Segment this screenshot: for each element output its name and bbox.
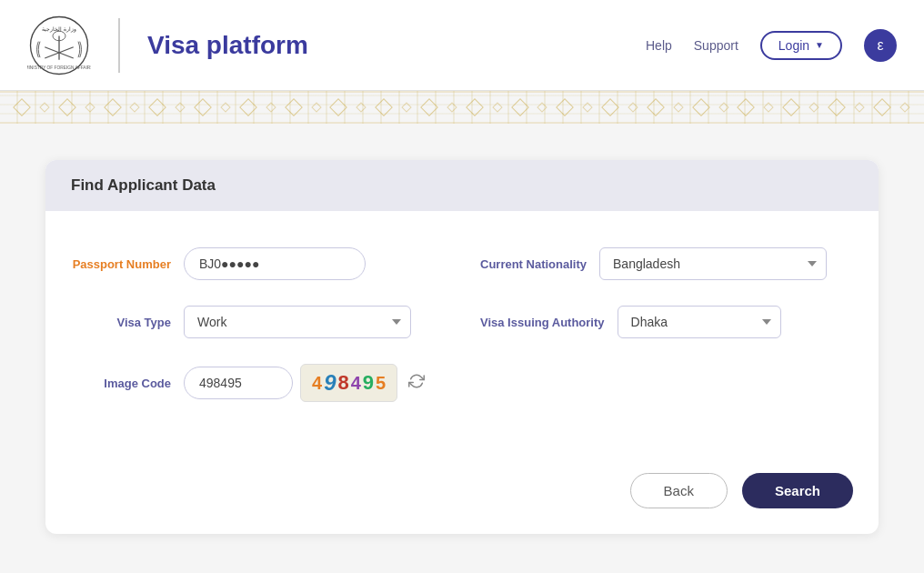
- diamond-icon: [420, 98, 438, 116]
- diamond-sm-icon: [401, 102, 411, 112]
- image-code-area: 4 9 8 4 9 5: [184, 364, 428, 402]
- diamond-sm-icon: [899, 102, 909, 112]
- captcha-char-4: 4: [351, 373, 361, 394]
- logo-area: وزارة الخارجية MINISTRY OF FOREIGN AFFAI…: [27, 14, 308, 77]
- diamond-sm-icon: [583, 102, 593, 112]
- diamond-icon: [148, 98, 166, 116]
- diamond-icon: [738, 98, 756, 116]
- form-row-1: Passport Number Current Nationality Bang…: [71, 247, 853, 280]
- support-link[interactable]: Support: [694, 38, 738, 53]
- diamond-sm-icon: [447, 102, 457, 112]
- diamond-sm-icon: [537, 102, 547, 112]
- diamond-icon: [782, 98, 800, 116]
- action-row: Back Search: [45, 455, 879, 534]
- form-row-2: Visa Type Work Visit Hajj Umrah Transit …: [71, 306, 853, 338]
- login-button[interactable]: Login ▼: [760, 31, 842, 60]
- captcha-char-6: 5: [376, 373, 386, 394]
- captcha-char-1: 4: [312, 373, 322, 394]
- diamond-icon: [511, 98, 529, 116]
- avatar-button[interactable]: ε: [864, 29, 897, 62]
- banner-diamonds: [0, 101, 924, 114]
- current-nationality-select[interactable]: Bangladesh Pakistan India Nepal Sri Lank…: [599, 247, 827, 280]
- current-nationality-label: Current Nationality: [480, 257, 587, 271]
- logo-divider: [118, 18, 120, 73]
- diamond-sm-icon: [85, 102, 95, 112]
- back-button[interactable]: Back: [630, 473, 728, 508]
- diamond-icon: [873, 98, 891, 116]
- diamond-icon: [601, 98, 619, 116]
- diamond-icon: [104, 98, 122, 116]
- visa-issuing-authority-select[interactable]: Dhaka Chittagong Sylhet: [618, 306, 781, 338]
- card-header: Find Applicant Data: [45, 160, 879, 211]
- visa-type-group: Visa Type Work Visit Hajj Umrah Transit …: [71, 306, 444, 338]
- diamond-sm-icon: [492, 102, 502, 112]
- visa-type-label: Visa Type: [71, 316, 171, 329]
- diamond-sm-icon: [357, 102, 367, 112]
- diamond-sm-icon: [673, 102, 683, 112]
- ministry-logo: وزارة الخارجية MINISTRY OF FOREIGN AFFAI…: [27, 14, 91, 77]
- svg-text:MINISTRY OF FOREIGN AFFAIRS: MINISTRY OF FOREIGN AFFAIRS: [27, 65, 91, 70]
- diamond-icon: [692, 98, 710, 116]
- diamond-sm-icon: [311, 102, 321, 112]
- diamond-sm-icon: [220, 102, 230, 112]
- image-code-group: Image Code 4 9 8 4 9 5: [71, 364, 853, 402]
- current-nationality-group: Current Nationality Bangladesh Pakistan …: [480, 247, 853, 280]
- diamond-icon: [828, 98, 846, 116]
- search-button[interactable]: Search: [742, 473, 853, 508]
- passport-number-group: Passport Number: [71, 247, 444, 280]
- find-applicant-card: Find Applicant Data Passport Number Curr…: [45, 160, 879, 534]
- card-body: Passport Number Current Nationality Bang…: [45, 211, 879, 455]
- diamond-icon: [239, 98, 257, 116]
- header: وزارة الخارجية MINISTRY OF FOREIGN AFFAI…: [0, 0, 924, 91]
- diamond-sm-icon: [628, 102, 638, 112]
- passport-number-label: Passport Number: [71, 257, 171, 271]
- diamond-icon: [13, 98, 31, 116]
- diamond-icon: [194, 98, 212, 116]
- diamond-sm-icon: [808, 102, 819, 112]
- main-content: Find Applicant Data Passport Number Curr…: [0, 124, 924, 570]
- decorative-banner: [0, 91, 924, 124]
- diamond-sm-icon: [130, 102, 140, 112]
- visa-issuing-authority-group: Visa Issuing Authority Dhaka Chittagong …: [480, 306, 853, 338]
- diamond-icon: [375, 98, 393, 116]
- diamond-sm-icon: [764, 102, 774, 112]
- form-row-3: Image Code 4 9 8 4 9 5: [71, 364, 853, 402]
- diamond-sm-icon: [39, 102, 49, 112]
- diamond-sm-icon: [718, 102, 728, 112]
- diamond-icon: [466, 98, 484, 116]
- login-dropdown-arrow: ▼: [815, 40, 824, 50]
- diamond-icon: [58, 98, 76, 116]
- visa-issuing-authority-label: Visa Issuing Authority: [480, 316, 605, 329]
- captcha-char-5: 9: [363, 371, 374, 395]
- diamond-sm-icon: [176, 102, 186, 112]
- help-link[interactable]: Help: [646, 38, 672, 53]
- diamond-sm-icon: [266, 102, 276, 112]
- site-title: Visa platform: [147, 31, 308, 60]
- header-nav: Help Support Login ▼ ε: [646, 29, 897, 62]
- diamond-icon: [647, 98, 665, 116]
- captcha-image: 4 9 8 4 9 5: [300, 364, 397, 402]
- captcha-char-2: 9: [324, 370, 336, 396]
- image-code-label: Image Code: [71, 377, 171, 390]
- visa-type-select[interactable]: Work Visit Hajj Umrah Transit Student: [184, 306, 411, 338]
- passport-number-input[interactable]: [184, 247, 366, 280]
- image-code-input[interactable]: [184, 367, 293, 399]
- diamond-sm-icon: [854, 102, 864, 112]
- diamond-icon: [556, 98, 574, 116]
- captcha-char-3: 8: [337, 371, 348, 395]
- diamond-icon: [330, 98, 348, 116]
- svg-text:وزارة الخارجية: وزارة الخارجية: [42, 26, 76, 33]
- diamond-icon: [285, 98, 303, 116]
- refresh-captcha-button[interactable]: [405, 369, 428, 397]
